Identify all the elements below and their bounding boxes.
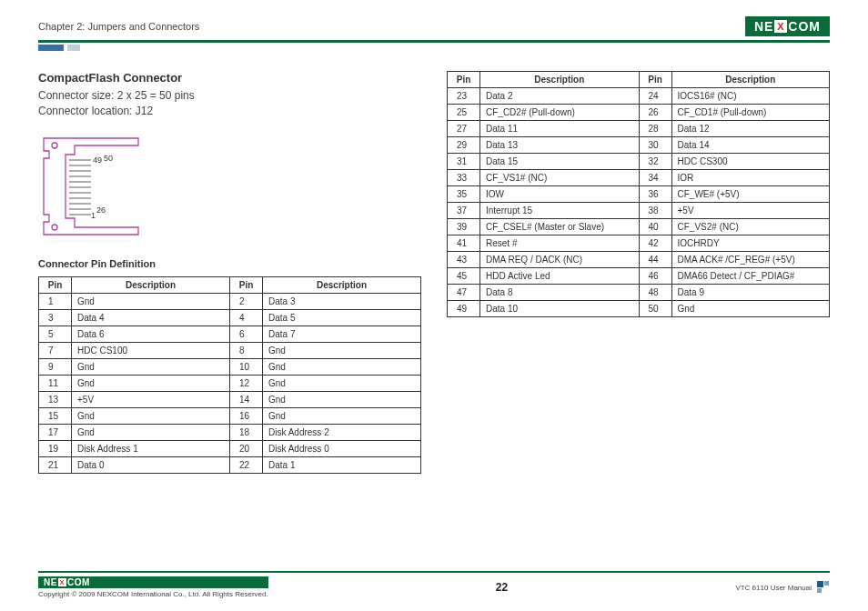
desc-cell: DMA66 Detect / CF_PDIAG# [671,268,830,285]
desc-cell: CF_VS1# (NC) [480,170,640,186]
pin-cell: 34 [639,170,671,186]
chapter-title: Chapter 2: Jumpers and Connectors [38,21,199,32]
pin-cell: 30 [639,137,671,154]
desc-cell: Data 9 [671,285,830,301]
pin-cell: 7 [39,342,72,358]
pin-cell: 28 [639,121,671,137]
desc-cell: Data 5 [263,309,421,326]
table-row: 35IOW36CF_WE# (+5V) [448,186,830,203]
green-rule [38,40,830,43]
pin-cell: 40 [639,219,671,235]
desc-cell: HDC CS100 [72,342,230,358]
desc-cell: Data 2 [480,88,640,105]
pin-cell: 43 [448,252,480,268]
svg-rect-15 [817,588,822,593]
table-row: 1Gnd2Data 3 [39,293,421,309]
desc-cell: CF_WE# (+5V) [671,186,830,203]
table-row: 41Reset #42IOCHRDY [448,235,830,252]
table-row: 23Data 224IOCS16# (NC) [448,88,830,105]
desc-cell: IOR [671,170,830,186]
pin-cell: 16 [230,407,263,424]
left-column: CompactFlash Connector Connector size: 2… [38,71,421,474]
table-row: 27Data 1128Data 12 [448,121,830,137]
pin-50-label: 50 [104,154,113,163]
connector-location: Connector location: J12 [38,104,421,119]
desc-cell: Data 11 [480,121,640,137]
table-row: 45HDD Active Led46DMA66 Detect / CF_PDIA… [448,268,830,285]
table-row: 25CF_CD2# (Pull-down)26CF_CD1# (Pull-dow… [448,105,830,121]
logo-footer: NEXCOM [38,576,268,588]
pin-cell: 10 [230,358,263,375]
pin-cell: 29 [448,137,480,154]
pin-cell: 33 [448,170,480,186]
table-row: 15Gnd16Gnd [39,407,421,424]
pin-cell: 42 [639,235,671,252]
pin-cell: 9 [39,358,72,375]
pin-cell: 48 [639,285,671,301]
table-row: 13+5V14Gnd [39,391,421,407]
pin-cell: 22 [230,456,263,473]
table-row: 31Data 1532HDC CS300 [448,154,830,170]
pin-cell: 12 [230,375,263,391]
desc-cell: Gnd [72,424,230,440]
table-row: 37Interrupt 1538+5V [448,203,830,219]
pin-cell: 4 [230,309,263,326]
section-title: CompactFlash Connector [38,71,421,85]
pin-cell: 18 [230,424,263,440]
desc-cell: Data 3 [263,293,421,309]
pin-cell: 26 [639,105,671,121]
desc-cell: Gnd [72,358,230,375]
desc-cell: Gnd [263,407,421,424]
desc-cell: Disk Address 0 [263,440,421,456]
desc-cell: Data 1 [263,456,421,473]
pin-cell: 38 [639,203,671,219]
desc-cell: Data 12 [671,121,830,137]
th-pin: Pin [230,276,263,293]
pin-cell: 46 [639,268,671,285]
page-flip-icon [817,581,830,594]
svg-rect-14 [824,581,829,586]
desc-cell: Data 10 [480,301,640,317]
desc-cell: DMA ACK# /CF_REG# (+5V) [671,252,830,268]
table-row: 43DMA REQ / DACK (NC)44DMA ACK# /CF_REG#… [448,252,830,268]
pin-cell: 13 [39,391,72,407]
desc-cell: Data 6 [72,326,230,342]
pin-cell: 14 [230,391,263,407]
desc-cell: Disk Address 2 [263,424,421,440]
pin-cell: 23 [448,88,480,105]
table-row: 47Data 848Data 9 [448,285,830,301]
manual-name: VTC 6110 User Manual [735,584,812,592]
table-row: 33CF_VS1# (NC)34IOR [448,170,830,186]
th-desc: Description [480,72,640,88]
desc-cell: CF_CD2# (Pull-down) [480,105,640,121]
pin-cell: 2 [230,293,263,309]
pin-cell: 19 [39,440,72,456]
desc-cell: Data 0 [72,456,230,473]
th-desc: Description [263,276,421,293]
desc-cell: Data 13 [480,137,640,154]
pin-table-right: Pin Description Pin Description 23Data 2… [447,71,830,317]
table-row: 19Disk Address 120Disk Address 0 [39,440,421,456]
logo-x-icon: X [58,578,66,586]
table-row: 17Gnd18Disk Address 2 [39,424,421,440]
table-row: 9Gnd10Gnd [39,358,421,375]
desc-cell: Data 8 [480,285,640,301]
table-row: 7HDC CS1008Gnd [39,342,421,358]
svg-point-0 [52,143,57,148]
desc-cell: Gnd [263,342,421,358]
pin-cell: 25 [448,105,480,121]
th-pin: Pin [39,276,72,293]
table-row: 21Data 022Data 1 [39,456,421,473]
desc-cell: Gnd [263,391,421,407]
desc-cell: Reset # [480,235,640,252]
pin-cell: 21 [39,456,72,473]
th-pin: Pin [448,72,480,88]
pin-cell: 11 [39,375,72,391]
pin-cell: 45 [448,268,480,285]
pin-cell: 5 [39,326,72,342]
pin-cell: 32 [639,154,671,170]
desc-cell: IOW [480,186,640,203]
pin-cell: 6 [230,326,263,342]
desc-cell: Data 4 [72,309,230,326]
connector-diagram: 49 50 26 1 [38,133,421,244]
